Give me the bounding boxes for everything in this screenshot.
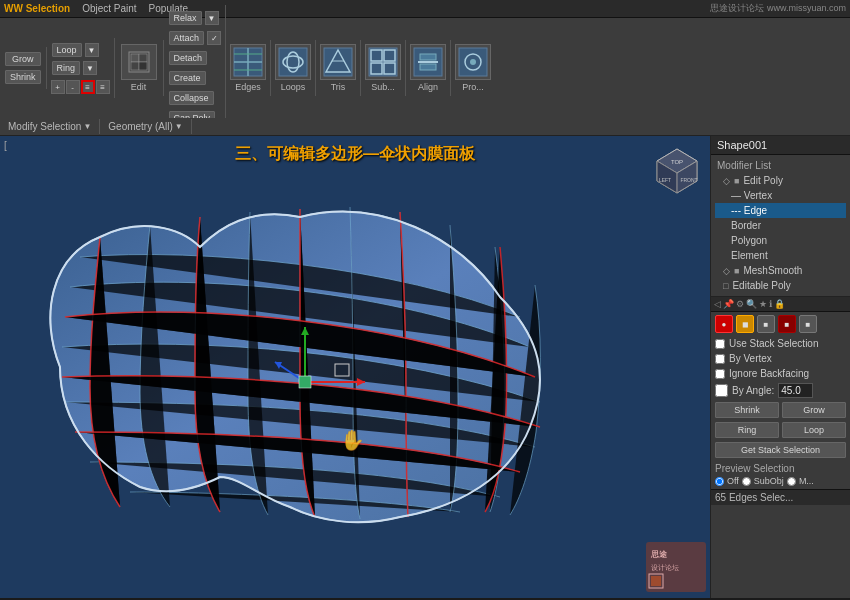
modifier-edit-poly-label: Edit Poly: [743, 175, 782, 186]
loops-section: Loops: [271, 40, 316, 96]
modifier-edit-poly[interactable]: ◇ ■ Edit Poly: [715, 173, 846, 188]
tris-icon[interactable]: [320, 44, 356, 80]
svg-text:设计论坛: 设计论坛: [651, 564, 679, 571]
grow-btn[interactable]: Grow: [782, 402, 846, 418]
by-vertex-checkbox[interactable]: [715, 354, 725, 364]
nav-settings[interactable]: ⚙: [736, 299, 744, 309]
attach-button[interactable]: Attach: [169, 31, 205, 45]
align-icon[interactable]: [410, 44, 446, 80]
svg-rect-2: [139, 54, 147, 62]
geometry-arrow: ▼: [175, 122, 183, 131]
ignore-backfacing-checkbox[interactable]: [715, 369, 725, 379]
modifier-editable-poly[interactable]: □ Editable Poly: [715, 278, 846, 293]
main-layout: [ 三、可编辑多边形—伞状内膜面板 TOP LEFT FRONT: [0, 136, 850, 598]
paint-btn-2[interactable]: -: [66, 80, 80, 94]
by-vertex-row: By Vertex: [711, 351, 850, 366]
modifier-mesh-smooth-label: MeshSmooth: [743, 265, 802, 276]
modifier-edge[interactable]: --- Edge: [715, 203, 846, 218]
loop-settings-icon[interactable]: ▼: [85, 43, 99, 57]
sel-icon-gray[interactable]: ■: [799, 315, 817, 333]
loop-ring-section: Loop ▼ Ring ▼ + - ≡ ≡: [47, 38, 115, 98]
modifier-border[interactable]: Border: [715, 218, 846, 233]
grow-shrink-section: Grow Shrink: [0, 47, 47, 89]
edit-section: Edit: [115, 40, 164, 96]
edit-label: Edit: [131, 82, 147, 92]
relax-settings-icon[interactable]: ▼: [205, 11, 219, 25]
sel-icon-darkred[interactable]: ■: [778, 315, 796, 333]
svg-rect-23: [420, 54, 436, 60]
loop-btn[interactable]: Loop: [782, 422, 846, 438]
create-button[interactable]: Create: [169, 71, 206, 85]
edges-icon[interactable]: [230, 44, 266, 80]
align-section: Align: [406, 40, 451, 96]
nav-pin[interactable]: 📌: [723, 299, 734, 309]
ring-btn[interactable]: Ring: [715, 422, 779, 438]
nav-lock[interactable]: 🔒: [774, 299, 785, 309]
shrink-btn[interactable]: Shrink: [715, 402, 779, 418]
sub-section: Sub...: [361, 40, 406, 96]
relax-button[interactable]: Relax: [169, 11, 202, 25]
nav-info[interactable]: ℹ: [769, 299, 772, 309]
sub-icon[interactable]: [365, 44, 401, 80]
paint-btn-3[interactable]: ≡: [81, 80, 95, 94]
use-stack-selection-checkbox[interactable]: [715, 339, 725, 349]
nav-search[interactable]: 🔍: [746, 299, 757, 309]
by-angle-checkbox[interactable]: [715, 384, 728, 397]
modifier-editable-poly-label: Editable Poly: [732, 280, 790, 291]
angle-input[interactable]: 45.0: [778, 383, 813, 398]
expand-icon-edit-poly: ◇: [723, 176, 730, 186]
nav-arrow-left[interactable]: ◁: [714, 299, 721, 309]
grow-button[interactable]: Grow: [5, 52, 41, 66]
section-label-bar: Modify Selection ▼ Geometry (All) ▼: [0, 118, 850, 136]
paint-btn-4[interactable]: ≡: [96, 80, 110, 94]
get-stack-selection-btn[interactable]: Get Stack Selection: [715, 442, 846, 458]
modify-selection-section[interactable]: Modify Selection ▼: [0, 119, 100, 134]
viewport[interactable]: [ 三、可编辑多边形—伞状内膜面板 TOP LEFT FRONT: [0, 136, 710, 598]
modify-selection-arrow: ▼: [83, 122, 91, 131]
sel-icon-dark1[interactable]: ■: [757, 315, 775, 333]
detach-button[interactable]: Detach: [169, 51, 208, 65]
pro-label: Pro...: [462, 82, 484, 92]
svg-rect-16: [369, 48, 397, 76]
edit-icon[interactable]: [121, 44, 157, 80]
geometry-section[interactable]: Geometry (All) ▼: [100, 119, 191, 134]
viewport-text-overlay: 三、可编辑多边形—伞状内膜面板: [235, 144, 475, 165]
modifier-vertex[interactable]: — Vertex: [715, 188, 846, 203]
shape-name: Shape001: [711, 136, 850, 155]
svg-rect-41: [299, 376, 311, 388]
paint-btn-1[interactable]: +: [51, 80, 65, 94]
modifier-element[interactable]: Element: [715, 248, 846, 263]
preview-m-radio[interactable]: [787, 477, 796, 486]
preview-selection-title: Preview Selection: [715, 463, 846, 474]
loops-icon[interactable]: [275, 44, 311, 80]
toolbar: Grow Shrink Loop ▼ Ring ▼ + - ≡ ≡: [0, 18, 850, 118]
svg-rect-4: [139, 62, 147, 70]
use-stack-selection-label: Use Stack Selection: [729, 338, 819, 349]
geometry-label: Geometry (All): [108, 121, 172, 132]
modifier-polygon[interactable]: Polygon: [715, 233, 846, 248]
svg-rect-1: [131, 54, 139, 62]
nav-icons-row: ◁ 📌 ⚙ 🔍 ★ ℹ 🔒: [711, 297, 850, 312]
use-stack-selection-row: Use Stack Selection: [711, 336, 850, 351]
tris-label: Tris: [331, 82, 346, 92]
nav-bookmark[interactable]: ★: [759, 299, 767, 309]
preview-off-radio[interactable]: [715, 477, 724, 486]
sel-icon-red[interactable]: ●: [715, 315, 733, 333]
ring-settings-icon[interactable]: ▼: [83, 61, 97, 75]
preview-subobj-radio[interactable]: [742, 477, 751, 486]
loop-button[interactable]: Loop: [52, 43, 82, 57]
attach-settings-icon[interactable]: ✓: [207, 31, 221, 45]
status-text: 65 Edges Selec...: [715, 492, 793, 503]
ignore-backfacing-label: Ignore Backfacing: [729, 368, 809, 379]
preview-off-label: Off: [727, 476, 739, 486]
svg-rect-48: [651, 576, 661, 586]
modifier-mesh-smooth[interactable]: ◇ ■ MeshSmooth: [715, 263, 846, 278]
object-paint-label[interactable]: Object Paint: [82, 3, 136, 14]
collapse-button[interactable]: Collapse: [169, 91, 214, 105]
shrink-button[interactable]: Shrink: [5, 70, 41, 84]
pro-icon[interactable]: [455, 44, 491, 80]
preview-m-label: M...: [799, 476, 814, 486]
ring-button[interactable]: Ring: [52, 61, 81, 75]
sel-icon-yellow[interactable]: ◼: [736, 315, 754, 333]
svg-text:思途: 思途: [650, 550, 668, 559]
